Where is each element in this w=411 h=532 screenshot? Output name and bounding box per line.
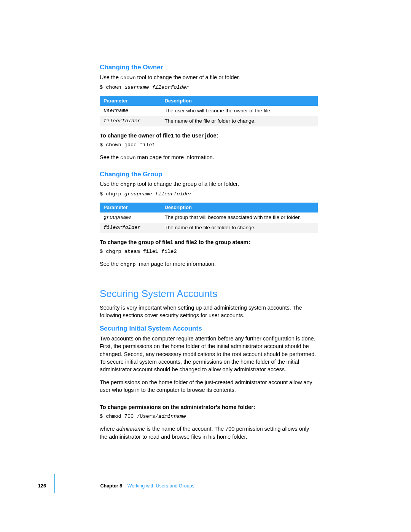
heading-changing-group: Changing the Group xyxy=(100,170,318,179)
table-row: username The user who will become the ow… xyxy=(100,106,318,116)
heading-securing-initial: Securing Initial System Accounts xyxy=(100,324,318,333)
task-heading: To change permissions on the administrat… xyxy=(100,403,318,411)
heading-changing-owner: Changing the Owner xyxy=(100,63,318,72)
chapter-title: Working with Users and Groups xyxy=(127,483,194,489)
heading-securing-system-accounts: Securing System Accounts xyxy=(100,287,318,300)
table-header-parameter: Parameter xyxy=(100,96,161,106)
paragraph: where adminname is the name of the accou… xyxy=(100,425,318,441)
code-line: $ chgrp ateam file1 file2 xyxy=(100,248,318,256)
table-row: groupname The group that will become ass… xyxy=(100,212,318,223)
paragraph: See the chgrp man page for more informat… xyxy=(100,260,318,268)
parameter-table-chgrp: Parameter Description groupname The grou… xyxy=(100,203,318,233)
task-heading: To change the group of file1 and file2 t… xyxy=(100,238,318,246)
table-header-description: Description xyxy=(161,96,318,106)
table-header-description: Description xyxy=(161,203,318,212)
code-line: $ chown jdoe file1 xyxy=(100,142,318,149)
paragraph: Two accounts on the computer require att… xyxy=(100,335,318,373)
table-row: fileorfolder The name of the file or fol… xyxy=(100,223,318,233)
paragraph: Security is very important when setting … xyxy=(100,304,318,320)
code-line: $ chown username fileorfolder xyxy=(100,84,318,91)
paragraph: See the chown man page for more informat… xyxy=(100,153,318,162)
page-number: 126 xyxy=(38,483,51,490)
table-row: fileorfolder The name of the file or fol… xyxy=(100,116,318,126)
code-line: $ chgrp groupname fileorfolder xyxy=(100,191,318,198)
paragraph: Use the chgrp tool to change the group o… xyxy=(100,180,318,189)
parameter-table-chown: Parameter Description username The user … xyxy=(100,96,318,126)
code-line: $ chmod 700 /Users/adminname xyxy=(100,413,318,420)
task-heading: To change the owner of file1 to the user… xyxy=(100,132,318,139)
chapter-label: Chapter 8 xyxy=(100,483,122,489)
document-page: Changing the Owner Use the chown tool to… xyxy=(0,0,411,532)
paragraph: The permissions on the home folder of th… xyxy=(100,379,318,394)
table-header-parameter: Parameter xyxy=(100,203,161,212)
page-footer: 126 Chapter 8 Working with Users and Gro… xyxy=(38,483,411,490)
paragraph: Use the chown tool to change the owner o… xyxy=(100,73,318,82)
